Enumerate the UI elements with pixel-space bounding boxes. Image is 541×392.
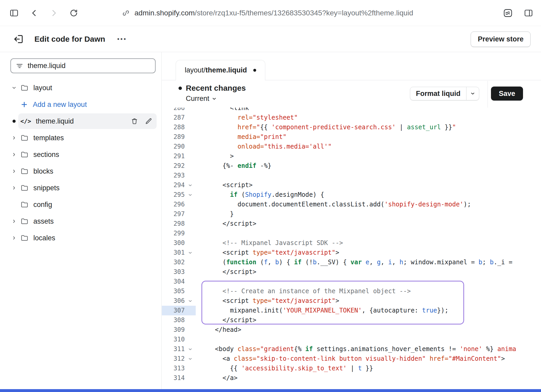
line-number[interactable]: 304 [162,277,185,286]
sidebar-item-theme-liquid[interactable]: </>theme.liquid [0,113,161,130]
code-text[interactable]: </script> [196,267,541,277]
extensions-icon[interactable] [503,8,513,18]
code-text[interactable]: </head> [196,325,541,335]
chevron-right-icon[interactable] [10,235,18,241]
code-line-305[interactable]: 305 <!-- Create an instance of the Mixpa… [162,286,541,296]
code-line-287[interactable]: 287 rel="stylesheet" [162,113,541,123]
line-number[interactable]: 295 [162,190,185,200]
code-line-297[interactable]: 297 } [162,209,541,219]
code-text[interactable]: <!-- Create an instance of the Mixpanel … [196,286,541,296]
line-number[interactable]: 297 [162,209,185,219]
chevron-down-icon[interactable] [10,85,18,91]
line-number[interactable]: 286 [162,108,185,113]
code-line-307[interactable]: 307 mixpanel.init('YOUR_MIXPANEL_TOKEN',… [162,306,541,315]
code-line-314[interactable]: 314 </a> [162,373,541,383]
code-line-313[interactable]: 313 {{ 'accessibility.skip_to_text' | t … [162,364,541,373]
chevron-right-icon[interactable] [10,135,18,141]
sidebar-item-blocks[interactable]: blocks [0,163,161,180]
code-text[interactable]: <a class="skip-to-content-link button vi… [196,354,541,364]
line-number[interactable]: 314 [162,373,185,383]
reload-icon[interactable] [69,9,78,17]
code-text[interactable]: <link [196,108,541,113]
line-number[interactable]: 313 [162,364,185,373]
code-editor[interactable]: 286 <link287 rel="stylesheet"288 href="{… [162,108,541,389]
code-line-291[interactable]: 291 > [162,151,541,161]
line-number[interactable]: 300 [162,238,185,248]
line-number[interactable]: 293 [162,171,185,180]
code-line-294[interactable]: 294 <script> [162,180,541,190]
line-number[interactable]: 312 [162,354,185,364]
code-line-286[interactable]: 286 <link [162,108,541,113]
sidebar-item-snippets[interactable]: snippets [0,180,161,196]
rename-file-button[interactable] [145,117,152,125]
sidebar-item-locales[interactable]: locales [0,230,161,246]
code-text[interactable] [196,171,541,180]
code-line-295[interactable]: 295 if (Shopify.designMode) { [162,190,541,200]
line-number[interactable]: 308 [162,315,185,325]
line-number[interactable]: 311 [162,344,185,354]
code-text[interactable]: <!-- Mixpanel Javascript SDK --> [196,238,541,248]
code-line-303[interactable]: 303 </script> [162,267,541,277]
code-line-288[interactable]: 288 href="{{ 'component-predictive-searc… [162,123,541,132]
file-search-input[interactable] [28,62,150,70]
code-text[interactable]: </script> [196,315,541,325]
fold-chevron-icon[interactable] [185,296,196,306]
chevron-right-icon[interactable] [10,218,18,224]
code-text[interactable]: > [196,151,541,161]
code-text[interactable] [196,229,541,238]
code-text[interactable]: media="print" [196,132,541,142]
fold-chevron-icon[interactable] [185,248,196,258]
code-text[interactable]: rel="stylesheet" [196,113,541,123]
fold-chevron-icon[interactable] [185,344,196,354]
code-text[interactable]: mixpanel.init('YOUR_MIXPANEL_TOKEN', {au… [196,306,541,315]
code-text[interactable]: </a> [196,373,541,383]
code-line-300[interactable]: 300 <!-- Mixpanel Javascript SDK --> [162,238,541,248]
chevron-right-icon[interactable] [10,185,18,191]
code-text[interactable]: } [196,209,541,219]
line-number[interactable]: 289 [162,132,185,142]
delete-file-button[interactable] [131,117,138,125]
code-text[interactable]: onload="this.media='all'" [196,142,541,151]
sidebar-item-templates[interactable]: templates [0,130,161,146]
format-options-chevron[interactable] [466,87,479,100]
line-number[interactable]: 307 [162,306,185,315]
line-number[interactable]: 306 [162,296,185,306]
code-text[interactable]: </script> [196,219,541,229]
code-line-302[interactable]: 302 (function (f, b) { if (!b.__SV) { va… [162,258,541,267]
line-number[interactable]: 288 [162,123,185,132]
sidebar-item-layout[interactable]: layout [0,79,161,96]
code-text[interactable] [196,335,541,344]
chevron-right-icon[interactable] [10,152,18,157]
code-line-290[interactable]: 290 onload="this.media='all'" [162,142,541,151]
code-line-306[interactable]: 306 <script type="text/javascript"> [162,296,541,306]
code-line-289[interactable]: 289 media="print" [162,132,541,142]
code-text[interactable]: <script> [196,180,541,190]
line-number[interactable]: 298 [162,219,185,229]
code-line-312[interactable]: 312 <a class="skip-to-content-link butto… [162,354,541,364]
line-number[interactable]: 309 [162,325,185,335]
code-line-296[interactable]: 296 document.documentElement.classList.a… [162,200,541,209]
line-number[interactable]: 310 [162,335,185,344]
line-number[interactable]: 296 [162,200,185,209]
save-button[interactable]: Save [491,87,523,101]
code-text[interactable]: href="{{ 'component-predictive-search.cs… [196,123,541,132]
line-number[interactable]: 301 [162,248,185,258]
code-line-292[interactable]: 292 {%- endif -%} [162,161,541,171]
code-line-310[interactable]: 310 [162,335,541,344]
format-liquid-button[interactable]: Format liquid [410,87,479,100]
line-number[interactable]: 291 [162,151,185,161]
version-selector[interactable]: Current [186,95,246,103]
tab-theme-liquid[interactable]: layout/theme.liquid [176,60,265,80]
line-number[interactable]: 294 [162,180,185,190]
code-text[interactable]: <script type="text/javascript"> [196,296,541,306]
back-icon[interactable] [30,9,39,17]
line-number[interactable]: 287 [162,113,185,123]
line-number[interactable]: 305 [162,286,185,296]
code-text[interactable] [196,277,541,286]
code-text[interactable]: {{ 'accessibility.skip_to_text' | t }} [196,364,541,373]
line-number[interactable]: 303 [162,267,185,277]
code-line-309[interactable]: 309 </head> [162,325,541,335]
code-text[interactable]: (function (f, b) { if (!b.__SV) { var e,… [196,258,541,267]
code-line-298[interactable]: 298 </script> [162,219,541,229]
code-line-293[interactable]: 293 [162,171,541,180]
